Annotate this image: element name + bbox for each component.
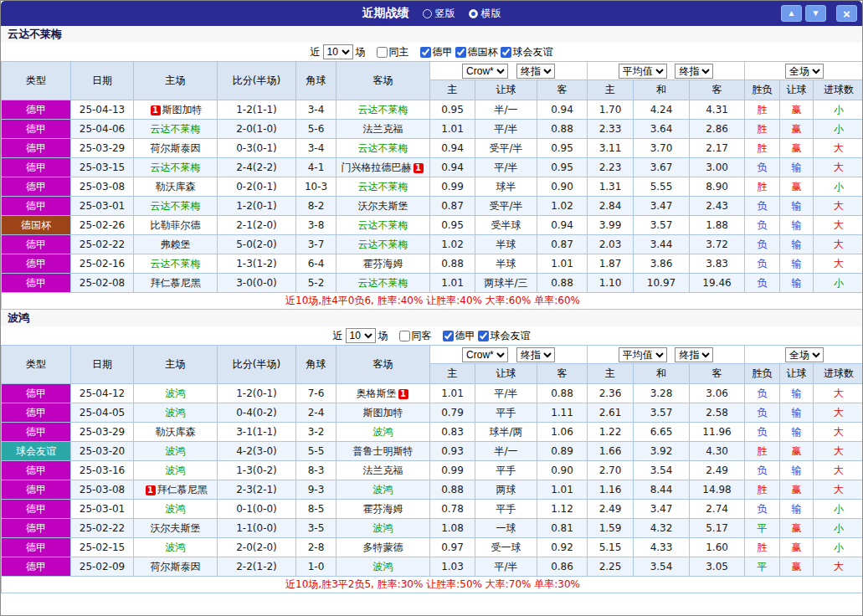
avg-away-cell: 3.06 xyxy=(690,384,745,403)
same-venue-checkbox[interactable] xyxy=(399,331,410,341)
same-venue-checkbox[interactable] xyxy=(377,47,388,58)
comp-label: 球会友谊 xyxy=(491,329,531,343)
comp-checkbox[interactable] xyxy=(455,47,466,58)
col-header-date: 日期 xyxy=(71,62,134,100)
scope-select[interactable]: 全场 xyxy=(785,347,824,362)
close-button[interactable]: × xyxy=(836,5,857,22)
team-name: 荷尔斯泰因 xyxy=(151,561,201,572)
corners-cell: 6-4 xyxy=(296,254,336,274)
odds-stage-select[interactable]: 终指 xyxy=(516,347,555,362)
result-cell: 负 xyxy=(745,403,780,423)
move-down-button[interactable]: ▼ xyxy=(805,5,826,22)
match-row: 德甲25-03-16波鸿1-3(0-2)8-3法兰克福0.99平手0.902.7… xyxy=(2,461,863,480)
team-name: 波鸿 xyxy=(373,561,393,572)
home-odds-cell: 0.93 xyxy=(430,442,475,461)
avg-draw-cell: 8.44 xyxy=(634,480,690,500)
home-odds-cell: 0.94 xyxy=(430,158,475,177)
avg-stage-select[interactable]: 终指 xyxy=(675,64,713,79)
home-team-cell: 比勒菲尔德 xyxy=(134,216,218,235)
corners-cell: 3-8 xyxy=(296,216,336,235)
avg-home-cell: 2.25 xyxy=(588,557,634,577)
match-count-select[interactable]: 10 xyxy=(346,328,376,343)
filter-bar: 近 10 场 同主 德甲 德国杯 球会友谊 xyxy=(1,43,862,61)
score-cell: 1-3(0-2) xyxy=(218,461,296,480)
odds-source-select[interactable]: Crow* xyxy=(462,64,508,79)
goals-cell: 大 xyxy=(814,442,863,461)
comp-filter-dfb-pokal[interactable]: 德国杯 xyxy=(455,45,498,59)
result-cell: 平 xyxy=(745,519,780,538)
corners-cell: 2-8 xyxy=(296,538,336,557)
comp-checkbox[interactable] xyxy=(501,47,511,58)
home-odds-cell: 0.94 xyxy=(430,139,475,158)
handicap-cell: 平手 xyxy=(475,500,537,519)
avg-home-cell: 1.87 xyxy=(588,254,634,274)
col-header-date: 日期 xyxy=(71,346,134,384)
avg-draw-cell: 3.57 xyxy=(634,403,690,423)
result-cell: 负 xyxy=(745,384,780,403)
home-team-cell: 勒沃库森 xyxy=(134,177,218,197)
avg-away-cell: 3.72 xyxy=(690,235,745,254)
team-name: 斯图加特 xyxy=(363,407,403,418)
match-row: 德甲25-02-09荷尔斯泰因2-2(1-2)1-0波鸿1.03平/半0.862… xyxy=(2,557,863,577)
team-name: 波鸿 xyxy=(166,388,186,399)
match-count-select[interactable]: 10 xyxy=(323,44,353,59)
same-venue-checkbox-item[interactable]: 同客 xyxy=(399,329,432,343)
handicap-result-cell: 输 xyxy=(780,461,814,480)
layout-vertical-radio[interactable]: 竖版 xyxy=(423,7,455,21)
avg-away-cell: 19.46 xyxy=(690,274,745,293)
home-odds-cell: 0.88 xyxy=(430,480,475,500)
layout-horizontal-radio[interactable]: 横版 xyxy=(469,7,501,21)
comp-filter-bundesliga[interactable]: 德甲 xyxy=(443,329,475,343)
comp-checkbox[interactable] xyxy=(443,331,454,341)
odds-stage-select[interactable]: 终指 xyxy=(516,64,555,79)
team-name: 门兴格拉德巴赫 xyxy=(342,162,412,173)
away-odds-cell: 0.88 xyxy=(537,274,588,293)
competition-cell: 德甲 xyxy=(2,274,71,293)
away-odds-cell: 0.92 xyxy=(537,538,588,557)
score-cell: 0-3(0-1) xyxy=(218,139,296,158)
col-header-result: 胜负 xyxy=(745,364,780,384)
corners-cell: 5-2 xyxy=(296,274,336,293)
corners-cell: 10-3 xyxy=(296,177,336,197)
avg-away-cell: 2.43 xyxy=(690,197,745,216)
scope-select[interactable]: 全场 xyxy=(785,64,824,79)
handicap-result-cell: 输 xyxy=(780,216,814,235)
avg-draw-cell: 3.92 xyxy=(634,442,690,461)
home-team-cell: 沃尔夫斯堡 xyxy=(134,519,218,538)
corners-cell: 3-4 xyxy=(296,100,336,120)
match-row: 德甲25-03-08勒沃库森0-2(0-1)10-3云达不莱梅0.99球半0.9… xyxy=(2,177,863,197)
comp-filter-bundesliga[interactable]: 德甲 xyxy=(420,45,453,59)
date-cell: 25-03-08 xyxy=(71,480,134,500)
away-odds-cell: 0.90 xyxy=(537,461,588,480)
move-up-button[interactable]: ▲ xyxy=(781,5,802,22)
avg-away-cell: 1.88 xyxy=(690,216,745,235)
goals-cell: 小 xyxy=(814,274,863,293)
same-venue-checkbox-item[interactable]: 同主 xyxy=(377,45,409,59)
home-odds-cell: 0.87 xyxy=(430,197,475,216)
comp-checkbox[interactable] xyxy=(420,47,431,58)
corners-cell: 9-3 xyxy=(296,480,336,500)
result-cell: 负 xyxy=(745,216,780,235)
home-team-cell: 云达不莱梅 xyxy=(134,158,218,177)
comp-filter-friendly[interactable]: 球会友谊 xyxy=(478,329,531,343)
team-name: 波鸿 xyxy=(166,465,186,476)
comp-checkbox[interactable] xyxy=(478,331,489,341)
match-row: 德甲25-02-15波鸿2-0(2-0)2-8多特蒙德0.97受一球0.925.… xyxy=(2,538,863,557)
avg-draw-cell: 3.67 xyxy=(634,158,690,177)
avg-home-cell: 2.49 xyxy=(588,500,634,519)
asian-odds-header: Crow* 终指 xyxy=(430,346,588,364)
summary-row: 近10场,胜4平0负6, 胜率:40% 让胜率:40% 大率:60% 单率:60… xyxy=(2,293,863,310)
handicap-cell: 平手 xyxy=(475,461,537,480)
competition-cell: 德甲 xyxy=(2,480,71,500)
col-header-corners: 角球 xyxy=(296,62,336,100)
team-name: 云达不莱梅 xyxy=(358,277,408,289)
avg-odds-select[interactable]: 平均值 xyxy=(619,347,667,362)
comp-filter-friendly[interactable]: 球会友谊 xyxy=(501,45,553,59)
avg-stage-select[interactable]: 终指 xyxy=(675,347,713,362)
home-odds-cell: 0.99 xyxy=(430,177,475,197)
avg-home-cell: 2.23 xyxy=(588,158,634,177)
avg-draw-cell: 4.33 xyxy=(634,538,690,557)
avg-odds-select[interactable]: 平均值 xyxy=(619,64,667,79)
col-header-avg-draw: 和 xyxy=(634,364,690,384)
odds-source-select[interactable]: Crow* xyxy=(462,347,508,362)
